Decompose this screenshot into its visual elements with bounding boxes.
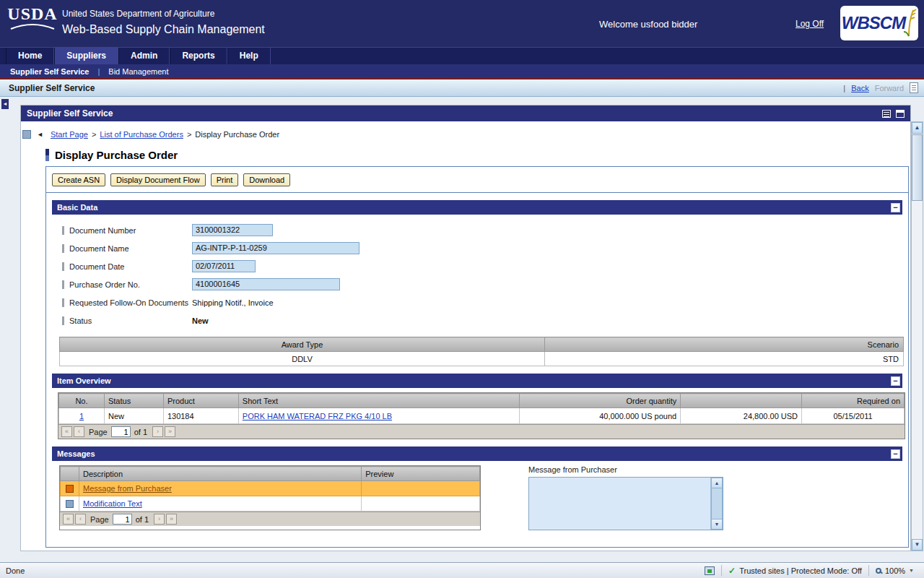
download-button[interactable]: Download [243, 173, 290, 186]
item-table-container: No. Status Product Short Text Order quan… [58, 392, 905, 439]
create-asn-button[interactable]: Create ASN [52, 173, 105, 186]
message-from-purchaser-link[interactable]: Message from Purchaser [83, 484, 172, 493]
next-page-button[interactable]: › [154, 514, 165, 525]
award-table-row: DDLV STD [60, 352, 904, 366]
col-no-header: No. [59, 394, 105, 408]
forward-link: Forward [875, 84, 904, 92]
zoom-level: 100% [885, 566, 905, 575]
last-page-button[interactable]: » [166, 514, 177, 525]
subnav-supplier-self-service[interactable]: Supplier Self Service [10, 67, 89, 76]
panel-details-icon[interactable] [882, 110, 891, 118]
workspace: ◄ Supplier Self Service ◄ Start Page > L… [0, 97, 924, 562]
page-number-input[interactable] [113, 514, 132, 525]
breadcrumb: ◄ Start Page > List of Purchase Orders >… [22, 130, 279, 139]
next-page-button[interactable]: › [152, 426, 163, 437]
col-short-text-header: Short Text [238, 394, 520, 408]
message-row-selected[interactable]: Message from Purchaser [61, 481, 480, 496]
message-preview-cell [362, 496, 480, 512]
scroll-down-icon[interactable]: ▼ [711, 519, 723, 530]
scroll-thumb[interactable] [711, 488, 723, 519]
field-tick-icon [62, 226, 64, 235]
scroll-track [912, 201, 923, 539]
page-title-row: Display Purchase Order [45, 149, 178, 161]
modification-text-link[interactable]: Modification Text [83, 499, 142, 508]
field-row: Purchase Order No. 4100001645 [62, 275, 908, 293]
previous-page-button[interactable]: ‹ [74, 426, 84, 437]
messages-table-header-row: Description Preview [61, 467, 480, 481]
messages-table-container: Description Preview Message from Purchas… [59, 465, 481, 530]
field-tick-icon [62, 316, 64, 325]
col-preview-header: Preview [362, 467, 480, 481]
award-type-header: Award Type [60, 337, 545, 352]
scroll-thumb[interactable] [912, 134, 923, 201]
supplier-self-service-panel: Supplier Self Service ◄ Start Page > Lis… [20, 105, 911, 551]
message-row[interactable]: Modification Text [61, 496, 480, 512]
page-options-icon[interactable] [910, 82, 918, 93]
tab-suppliers[interactable]: Suppliers [54, 48, 118, 64]
row-icon [66, 500, 74, 508]
col-select-header [61, 467, 79, 481]
status-label: Status [69, 316, 192, 325]
tab-home[interactable]: Home [6, 48, 54, 64]
section-title-bar: Supplier Self Service | Back Forward [0, 79, 924, 97]
back-link[interactable]: Back [851, 84, 868, 92]
item-status: New [104, 408, 163, 424]
usda-logo: USDA [7, 4, 58, 32]
tab-reports[interactable]: Reports [170, 48, 227, 64]
breadcrumb-current: Display Purchase Order [195, 130, 279, 139]
message-preview-textarea[interactable]: ▲ ▼ [528, 477, 723, 530]
document-date-label: Document Date [69, 262, 192, 271]
item-product: 130184 [163, 408, 238, 424]
purchase-order-no-label: Purchase Order No. [69, 280, 192, 289]
basic-data-header: Basic Data − [52, 200, 902, 215]
content-frame: Create ASN Display Document Flow Print D… [45, 166, 909, 548]
last-page-button[interactable]: » [165, 426, 175, 437]
history-back-icon[interactable]: ◄ [37, 131, 43, 138]
first-page-button[interactable]: « [63, 514, 74, 525]
col-amount-header [681, 394, 802, 408]
subnav-separator: | [97, 67, 100, 76]
scroll-up-icon[interactable]: ▲ [912, 122, 923, 134]
item-overview-header: Item Overview − [52, 374, 902, 388]
scroll-down-icon[interactable]: ▼ [912, 539, 923, 551]
basic-data-collapse-icon[interactable]: − [891, 203, 900, 212]
award-table: Award Type Scenario DDLV STD [59, 337, 904, 366]
messages-collapse-icon[interactable]: − [891, 449, 900, 459]
breadcrumb-start-page[interactable]: Start Page [51, 130, 88, 139]
scroll-up-icon[interactable]: ▲ [711, 478, 723, 488]
item-short-text-link[interactable]: PORK HAM WATERAD FRZ PKG 4/10 LB [243, 412, 392, 420]
page-label: Page [90, 515, 109, 524]
display-document-flow-button[interactable]: Display Document Flow [110, 173, 206, 186]
messages-header: Messages − [52, 447, 902, 461]
subnav-bid-management[interactable]: Bid Management [108, 67, 168, 76]
section-title: Supplier Self Service [9, 83, 95, 93]
award-table-header-row: Award Type Scenario [60, 337, 904, 352]
previous-page-button[interactable]: ‹ [75, 514, 86, 525]
agency-name: United States Department of Agriculture [62, 9, 214, 19]
panel-body: ◄ Start Page > List of Purchase Orders >… [21, 121, 910, 551]
tab-admin[interactable]: Admin [118, 48, 170, 64]
item-overview-collapse-icon[interactable]: − [891, 376, 900, 386]
tab-help[interactable]: Help [227, 48, 271, 64]
col-required-on-header: Required on [802, 394, 905, 408]
page-label: Page [89, 428, 108, 436]
item-order-quantity: 40,000.000 US pound [520, 408, 681, 424]
page-number-input[interactable] [111, 426, 131, 437]
logoff-link[interactable]: Log Off [796, 19, 824, 29]
sub-nav: Supplier Self Service | Bid Management [0, 64, 924, 79]
zoom-control[interactable]: 100% ▼ [876, 566, 914, 575]
col-order-quantity-header: Order quantity [520, 394, 681, 408]
print-button[interactable]: Print [211, 173, 239, 186]
field-tick-icon [62, 298, 64, 307]
item-table: No. Status Product Short Text Order quan… [58, 393, 905, 424]
item-no-link[interactable]: 1 [79, 412, 84, 420]
zone-icon [705, 566, 715, 575]
first-page-button[interactable]: « [61, 426, 72, 437]
message-preview-pane: Message from Purchaser ▲ ▼ [528, 465, 723, 530]
purchase-order-no-field: 4100001645 [192, 278, 340, 290]
breadcrumb-list-of-purchase-orders[interactable]: List of Purchase Orders [100, 130, 183, 139]
panel-maximize-icon[interactable] [896, 110, 905, 118]
collapse-panel-handle[interactable]: ◄ [1, 99, 9, 109]
check-icon: ✓ [728, 566, 736, 576]
vertical-scrollbar: ▲ ▼ [911, 121, 923, 551]
